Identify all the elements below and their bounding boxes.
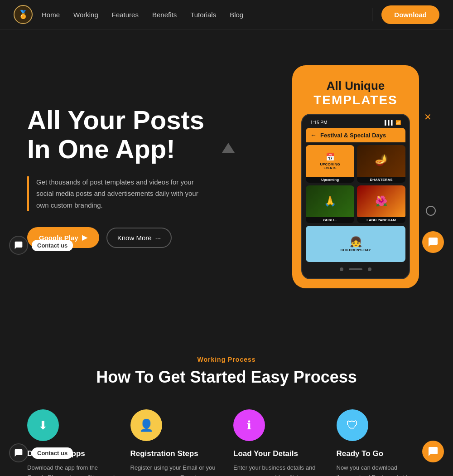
step-load-title: Load Your Details [233,449,323,458]
hero-description: Get thousands of post templates and vide… [27,176,199,211]
phone-status-bar: 1:15 PM ▌▌▌ 📶 [306,119,405,128]
phone-card-dhanteras: 🪔 DHANTERAS [357,145,405,183]
navbar: 🏅 Home Working Features Benefits Tutoria… [0,0,453,29]
card-labh-label: LABH PANCHAM [357,217,405,223]
contact-us-label-bottom[interactable]: Contact us [32,447,73,459]
hero-title-line1: All Your Posts [27,105,204,135]
chat-widget-left-hero: Contact us [9,236,73,255]
step-load-icon: ℹ [233,409,265,441]
close-icon[interactable]: ✕ [421,111,434,123]
nav-blog[interactable]: Blog [230,11,243,19]
download-icon: ⬇ [38,418,48,432]
chat-icon-button[interactable] [9,236,28,255]
app-header-title: Festival & Special Days [320,132,386,139]
step-registration-title: Registration Steps [130,449,220,458]
hero-title: All Your Posts In One App! [27,106,267,164]
nav-working[interactable]: Working [73,11,98,19]
step-registration: 👤 Registration Steps Register using your… [130,409,220,476]
hero-phone-mockup: All Unique TEMPLATES 1:15 PM ▌▌▌ 📶 ← Fes… [285,65,426,288]
navbar-logo: 🏅 [14,5,33,24]
hero-desc-text: Get thousands of post templates and vide… [36,178,198,209]
shield-icon: 🛡 [347,418,358,432]
step-load-desc: Enter your business details and you can … [233,463,323,476]
card-upcoming-label: Upcoming [306,177,354,183]
hero-title-line2: In One App! [27,134,175,164]
know-more-label: Know More [117,234,152,242]
step-load-details: ℹ Load Your Details Enter your business … [233,409,323,476]
section-title: How To Get Started Easy Process [27,368,426,387]
signal-display: ▌▌▌ 📶 [385,120,401,125]
nav-benefits[interactable]: Benefits [152,11,177,19]
dots-icon: ··· [155,234,161,242]
contact-us-label-hero[interactable]: Contact us [32,240,73,251]
step-download-icon: ⬇ [27,409,59,441]
phone-device: 1:15 PM ▌▌▌ 📶 ← Festival & Special Days … [301,114,410,279]
card-dhanteras-label: DHANTERAS [357,177,405,183]
navbar-divider [372,8,372,21]
circle-decoration [426,206,436,216]
phone-wrapper: All Unique TEMPLATES 1:15 PM ▌▌▌ 📶 ← Fes… [292,65,419,288]
user-icon: 👤 [139,418,154,432]
step-registration-desc: Register using your Email or you can eve… [130,463,220,476]
phone-card-guru: 🙏 GURU... [306,185,354,223]
phone-heading-2: TEMPLATES [301,93,410,107]
phone-heading-1: All Unique [301,79,410,93]
phone-template-grid: 📅 UPCOMING EVENTS Upcoming 🪔 DHANTERAS [306,145,405,223]
step-ready-title: Ready To Go [337,449,426,458]
back-btn [349,268,362,270]
play-icon: ▶ [82,233,87,242]
section-tag: Working Process [27,356,426,363]
phone-card-upcoming: 📅 UPCOMING EVENTS Upcoming [306,145,354,183]
step-download-desc: Download the app from the Google Play an… [27,463,117,476]
card-guru-label: GURU... [306,217,354,223]
back-arrow-icon: ← [310,131,317,139]
step-registration-icon: 👤 [130,409,162,441]
home-btn [340,267,343,271]
card-upcoming: 📅 UPCOMING EVENTS [306,145,354,177]
phone-card-labh: 🌺 LABH PANCHAM [357,185,405,223]
children-day-label: CHILDREN'S DAY [341,248,371,252]
steps-grid: ⬇ Download Apps Download the app from th… [27,409,426,476]
chat-widget-bottom-right[interactable] [422,441,444,462]
navbar-links: Home Working Features Benefits Tutorials… [42,11,363,19]
nav-features[interactable]: Features [112,11,139,19]
chat-widget-bottom-left: Contact us [9,443,73,462]
triangle-decoration [222,143,235,153]
phone-header-text: All Unique TEMPLATES [301,79,410,107]
know-more-button[interactable]: Know More ··· [106,228,172,248]
chat-widget-right-hero[interactable] [422,231,444,253]
step-download: ⬇ Download Apps Download the app from th… [27,409,117,476]
time-display: 1:15 PM [310,120,327,125]
hero-section: All Your Posts In One App! Get thousands… [0,29,453,329]
chat-icon-button-bottom[interactable] [9,443,28,462]
nav-home[interactable]: Home [42,11,60,19]
phone-app-header: ← Festival & Special Days [306,128,405,142]
info-icon: ℹ [247,418,251,432]
recent-btn [368,267,371,271]
step-ready-icon: 🛡 [337,409,368,441]
nav-tutorials[interactable]: Tutorials [190,11,216,19]
phone-bottom-cards: 👧 CHILDREN'S DAY [306,226,405,262]
step-ready-desc: Now you can download thousands of Posts … [337,463,426,476]
step-ready: 🛡 Ready To Go Now you can download thous… [337,409,426,476]
download-button[interactable]: Download [381,5,439,24]
hero-left: All Your Posts In One App! Get thousands… [27,106,285,248]
logo-icon: 🏅 [18,10,28,19]
phone-bottom-bar [306,265,405,274]
